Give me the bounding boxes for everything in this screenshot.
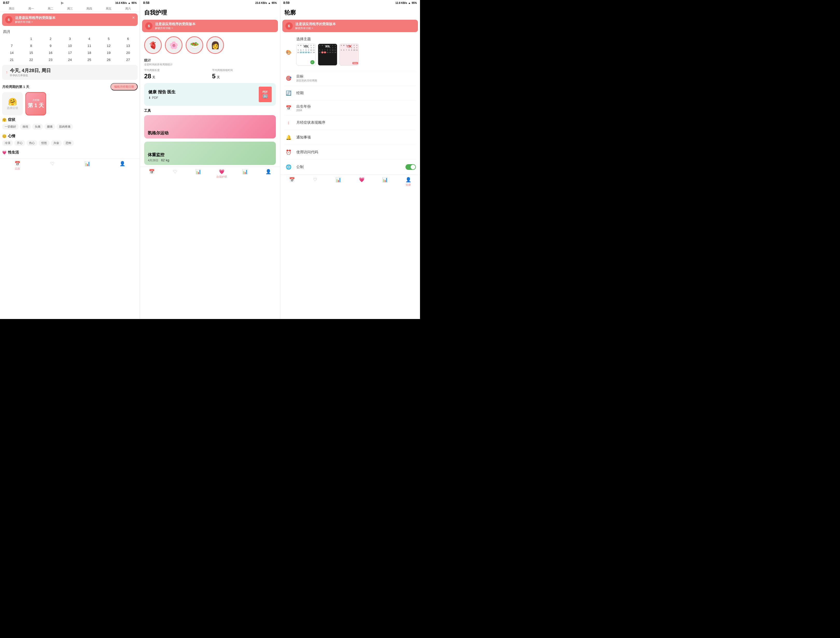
cal-day[interactable]: 2 xyxy=(41,35,60,42)
cal-day[interactable]: 11 xyxy=(80,42,99,49)
weight-card[interactable]: 体重监控 4月28日 62 kg xyxy=(144,142,276,165)
mood-sad[interactable]: 伤心 xyxy=(27,140,37,146)
care-circle-1[interactable]: 🌸 xyxy=(165,36,183,54)
mood-angry[interactable]: 愤怒 xyxy=(39,140,49,146)
cal-day[interactable]: 13 xyxy=(118,42,138,49)
cal-day[interactable]: 12 xyxy=(99,42,118,49)
time-2: 8:58 xyxy=(143,1,149,5)
health-report-card[interactable]: 健康 报告 医生 ⬇ PDF PDF 🏥 xyxy=(144,83,276,106)
nav-user-2[interactable]: 👤 xyxy=(257,168,280,180)
mood-happy[interactable]: 开心 xyxy=(14,140,25,146)
cal-day[interactable]: 27 xyxy=(118,56,138,63)
theme-dark[interactable]: 深色 SMTWTFS 1234 567891011 12131415161718 xyxy=(318,44,337,66)
nav-chart-2[interactable]: 📊 xyxy=(187,168,210,180)
nav-heart-2[interactable]: ♡ xyxy=(163,168,187,180)
notifications-content: 通知事项 xyxy=(296,135,311,140)
symptom-section: 🤗 症状 一切都好 痤疮 头痛 腰痛 肌肉疼痛 xyxy=(2,117,138,130)
nav-chart2-3[interactable]: 📊 xyxy=(373,176,397,188)
cal-day[interactable]: 19 xyxy=(99,49,118,56)
mood-scared[interactable]: 恐怖 xyxy=(63,140,74,146)
theme-paris-label: 巴黎 xyxy=(339,45,358,48)
cal-day[interactable]: 16 xyxy=(41,49,60,56)
care-circle-2[interactable]: 🥗 xyxy=(186,36,203,54)
cal-day[interactable]: 7 xyxy=(2,42,22,49)
symptom-card[interactable]: 🤗 选择症状 xyxy=(2,92,23,116)
tag-acne[interactable]: 痤疮 xyxy=(20,124,31,130)
upgrade-banner-1[interactable]: 6 这是该应用程序的受限版本 解锁所有功能 > ✕ xyxy=(2,13,138,26)
access-code-item[interactable]: ⏰ 使用访问代码 xyxy=(284,145,416,160)
notifications-item[interactable]: 🔔 通知事项 xyxy=(284,130,416,145)
kegel-card[interactable]: 凯格尔运动 xyxy=(144,115,276,138)
cal-day[interactable]: 24 xyxy=(60,56,80,63)
symptom-order-item[interactable]: ↕ 月经症状表现顺序 xyxy=(284,116,416,130)
period-label: 经期 xyxy=(296,91,303,95)
banner-sub-1[interactable]: 解锁所有功能 > xyxy=(15,20,55,24)
upgrade-banner-2[interactable]: 6 这是该应用程序的受限版本 解锁所有功能 > xyxy=(142,20,278,32)
nav-heart-3[interactable]: ♡ xyxy=(303,176,327,188)
period-day-card[interactable]: 月经期 第 1 天 xyxy=(25,92,46,116)
cal-day[interactable]: 10 xyxy=(60,42,80,49)
heart-nav-icon-2: ♡ xyxy=(173,169,177,174)
cal-day[interactable] xyxy=(2,35,22,42)
chart-nav-icon-2: 📊 xyxy=(196,169,201,174)
birthyear-item[interactable]: 📅 出生年份 2004 xyxy=(284,101,416,116)
goal-item[interactable]: 🎯 目标 跟踪您的月经周期 xyxy=(284,71,416,86)
nav-calendar-3[interactable]: 📅 xyxy=(280,176,303,188)
cal-day[interactable]: 20 xyxy=(118,49,138,56)
close-icon-1[interactable]: ✕ xyxy=(132,16,135,20)
theme-paris[interactable]: 巴黎 SMTWTFS 1234 567891011 New xyxy=(339,44,359,66)
nav-heart[interactable]: ♡ xyxy=(35,160,70,172)
cal-day[interactable]: 8 xyxy=(22,42,41,49)
upgrade-banner-3[interactable]: 6 这是该应用程序的受限版本 解锁所有功能 > xyxy=(282,20,418,32)
cal-day[interactable]: 3 xyxy=(60,35,80,42)
cal-day[interactable]: 25 xyxy=(80,56,99,63)
nav-profile-3[interactable]: 👤 轮廓 xyxy=(397,176,420,188)
mood-cold[interactable]: 冷漠 xyxy=(2,140,13,146)
nav-chart-3[interactable]: 📊 xyxy=(327,176,350,188)
cal-day[interactable]: 9 xyxy=(41,42,60,49)
tag-musclepain[interactable]: 肌肉疼痛 xyxy=(57,124,73,130)
theme-light[interactable]: 浅色 SMTWTFS 1234 567891011 12131415161718… xyxy=(296,44,316,66)
banner-sub-3[interactable]: 解锁所有功能 > xyxy=(295,27,336,30)
cal-day[interactable]: 14 xyxy=(2,49,22,56)
metric-item[interactable]: 🌐 公制 xyxy=(284,160,416,174)
cal-day[interactable]: 21 xyxy=(2,56,22,63)
care-circle-3[interactable]: 👩 xyxy=(206,36,224,54)
cal-day[interactable]: 26 xyxy=(99,56,118,63)
nav-selfcare-2[interactable]: 💗 自我护理 xyxy=(210,168,233,180)
cal-day[interactable]: 6 xyxy=(118,35,138,42)
cal-day[interactable]: 15 xyxy=(22,49,41,56)
tag-allfine[interactable]: 一切都好 xyxy=(2,124,19,130)
cal-day[interactable]: 22 xyxy=(22,56,41,63)
tag-headache[interactable]: 头痛 xyxy=(32,124,43,130)
period-content: 经期 xyxy=(296,91,303,95)
nav-calendar[interactable]: 📅 日历 xyxy=(0,160,35,172)
month-label: 四月 xyxy=(0,27,140,35)
banner-sub-2[interactable]: 解锁所有功能 > xyxy=(155,27,196,30)
period-item[interactable]: 🔄 经期 xyxy=(284,86,416,101)
cal-day[interactable]: 5 xyxy=(99,35,118,42)
symptom-emoji-2: 🤗 xyxy=(2,118,6,122)
care-circle-0[interactable]: 🫀 xyxy=(144,36,162,54)
cal-day[interactable]: 17 xyxy=(60,49,80,56)
nav-selfcare-3[interactable]: 💗 xyxy=(350,176,373,188)
time-3: 8:59 xyxy=(283,1,290,5)
cal-day[interactable]: 18 xyxy=(80,49,99,56)
nav-chart2-2[interactable]: 📊 xyxy=(233,168,257,180)
metric-toggle[interactable] xyxy=(406,164,416,170)
nav-calendar-2[interactable]: 📅 xyxy=(140,168,163,180)
nav-chart[interactable]: 📊 xyxy=(70,160,105,172)
mood-excited[interactable]: 兴奋 xyxy=(51,140,62,146)
symptom-emoji: 🤗 xyxy=(8,98,17,106)
nav-user[interactable]: 👤 xyxy=(105,160,140,172)
metric-content: 公制 xyxy=(296,165,303,169)
cal-day[interactable]: 23 xyxy=(41,56,60,63)
weight-bg: 体重监控 4月28日 62 kg xyxy=(144,142,276,165)
cal-day[interactable]: 1 xyxy=(22,35,41,42)
cal-day[interactable]: 4 xyxy=(80,35,99,42)
nav-bar-3: 📅 ♡ 📊 💗 📊 👤 轮廓 xyxy=(280,174,420,189)
tag-backpain[interactable]: 腰痛 xyxy=(44,124,55,130)
pdf-link[interactable]: ⬇ PDF xyxy=(148,96,175,100)
edit-period-button[interactable]: 编辑月经期日期 xyxy=(111,83,138,90)
status-icons-3: 12.8 KB/s ▲ 95% xyxy=(395,2,417,5)
